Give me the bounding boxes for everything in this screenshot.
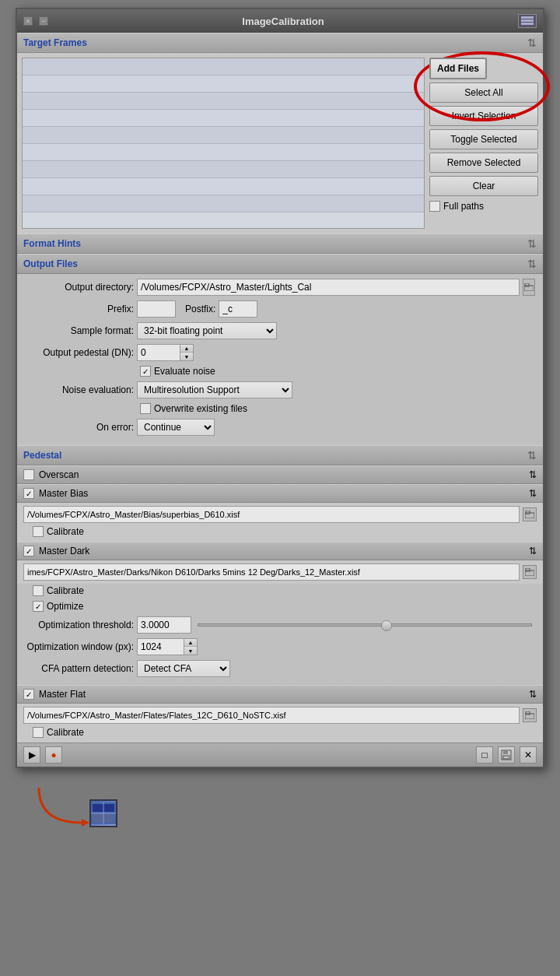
noise-evaluation-row: Noise evaluation: Multiresolution Suppor… bbox=[25, 381, 535, 398]
master-flat-header: Master Flat ⇅ bbox=[17, 685, 543, 704]
overwrite-checkbox[interactable] bbox=[140, 403, 151, 414]
overscan-label: Overscan bbox=[39, 469, 79, 480]
master-bias-calibrate-checkbox[interactable] bbox=[33, 526, 44, 537]
target-frames-label: Target Frames bbox=[23, 37, 87, 48]
app-icon bbox=[89, 799, 117, 827]
file-list-row bbox=[23, 178, 424, 195]
on-error-row: On error: Continue bbox=[25, 419, 535, 436]
on-error-select[interactable]: Continue bbox=[137, 419, 215, 436]
play-button[interactable]: ▶ bbox=[23, 746, 40, 764]
output-pedestal-input[interactable] bbox=[137, 344, 180, 361]
svg-marker-14 bbox=[82, 819, 89, 827]
pedestal-header[interactable]: Pedestal ⇅ bbox=[17, 445, 543, 465]
master-dark-calibrate-checkbox[interactable] bbox=[33, 585, 44, 596]
optimization-window-spin-buttons: ▲ ▼ bbox=[184, 638, 198, 655]
master-dark-checkbox[interactable] bbox=[23, 546, 34, 556]
optimization-window-up-button[interactable]: ▲ bbox=[184, 639, 197, 647]
sample-format-row: Sample format: 32-bit floating point bbox=[25, 322, 535, 339]
overwrite-row: Overwrite existing files bbox=[140, 403, 535, 414]
master-bias-path-input[interactable] bbox=[23, 506, 520, 523]
output-files-header[interactable]: Output Files ⇅ bbox=[17, 254, 543, 274]
arrow-indicator bbox=[31, 784, 93, 833]
format-hints-label: Format Hints bbox=[23, 238, 81, 249]
master-flat-checkbox[interactable] bbox=[23, 689, 34, 700]
cfa-detection-select[interactable]: Detect CFA bbox=[137, 660, 230, 677]
master-dark-collapse-icon: ⇅ bbox=[529, 546, 537, 556]
output-pedestal-spin-buttons: ▲ ▼ bbox=[180, 344, 194, 361]
close-icon-button[interactable]: ✕ bbox=[520, 746, 537, 764]
minimize-button[interactable]: − bbox=[39, 16, 48, 26]
record-button[interactable]: ● bbox=[45, 746, 62, 764]
cfa-detection-label: CFA pattern detection: bbox=[25, 663, 134, 674]
output-pedestal-spinbox: ▲ ▼ bbox=[137, 344, 194, 361]
format-hints-header[interactable]: Format Hints ⇅ bbox=[17, 233, 543, 254]
file-list[interactable] bbox=[22, 58, 425, 229]
remove-selected-button[interactable]: Remove Selected bbox=[429, 153, 538, 173]
output-pedestal-down-button[interactable]: ▼ bbox=[180, 353, 193, 360]
master-bias-collapse-icon: ⇅ bbox=[529, 488, 537, 499]
optimization-window-down-button[interactable]: ▼ bbox=[184, 647, 197, 655]
master-flat-body: Calibrate bbox=[17, 704, 543, 738]
master-dark-optimize-checkbox[interactable] bbox=[33, 601, 44, 612]
window-button[interactable]: □ bbox=[476, 746, 493, 764]
master-dark-optimize-row: Optimize bbox=[33, 601, 535, 612]
full-paths-checkbox[interactable] bbox=[429, 201, 440, 212]
slider-track[interactable] bbox=[198, 623, 532, 627]
output-pedestal-up-button[interactable]: ▲ bbox=[180, 345, 193, 353]
file-list-row bbox=[23, 144, 424, 161]
overscan-collapse-icon: ⇅ bbox=[529, 469, 537, 480]
slider-thumb[interactable] bbox=[381, 620, 392, 631]
format-hints-collapse-icon: ⇅ bbox=[527, 237, 537, 250]
optimization-window-input[interactable] bbox=[137, 638, 184, 655]
optimization-threshold-slider bbox=[194, 623, 535, 627]
svg-rect-2 bbox=[521, 23, 534, 25]
optimization-window-row: Optimization window (px): ▲ ▼ bbox=[25, 638, 535, 655]
master-flat-calibrate-label: Calibrate bbox=[47, 727, 84, 738]
close-button[interactable]: × bbox=[23, 16, 33, 26]
postfix-input[interactable] bbox=[219, 300, 257, 318]
master-dark-optimize-label: Optimize bbox=[47, 601, 83, 612]
target-frames-collapse-icon: ⇅ bbox=[527, 37, 537, 49]
evaluate-noise-checkbox[interactable] bbox=[140, 366, 151, 377]
optimization-threshold-input[interactable] bbox=[137, 616, 191, 634]
svg-rect-0 bbox=[521, 16, 534, 19]
master-flat-browse-button[interactable] bbox=[523, 708, 537, 722]
prefix-input[interactable] bbox=[137, 300, 176, 318]
add-files-button[interactable]: Add Files bbox=[429, 58, 487, 79]
invert-selection-button[interactable]: Invert Selection bbox=[429, 106, 538, 126]
master-dark-path-row bbox=[17, 560, 543, 584]
select-all-button[interactable]: Select All bbox=[429, 83, 538, 103]
file-list-row bbox=[23, 195, 424, 212]
master-dark-path-input[interactable] bbox=[23, 563, 520, 581]
output-directory-input[interactable] bbox=[137, 279, 520, 296]
overscan-checkbox[interactable] bbox=[23, 469, 34, 480]
file-list-row bbox=[23, 161, 424, 178]
target-frames-header[interactable]: Target Frames ⇅ bbox=[17, 33, 543, 53]
overwrite-label: Overwrite existing files bbox=[154, 403, 247, 414]
master-bias-left-group: Master Bias bbox=[23, 488, 88, 499]
file-list-row bbox=[23, 93, 424, 110]
master-flat-path-row bbox=[17, 704, 543, 727]
output-directory-browse-button[interactable] bbox=[523, 279, 535, 296]
master-bias-calibrate-row: Calibrate bbox=[33, 526, 543, 537]
overscan-left-group: Overscan bbox=[23, 469, 79, 480]
window-title: ImageCalibration bbox=[48, 16, 518, 27]
clear-button[interactable]: Clear bbox=[429, 176, 538, 196]
save-button[interactable] bbox=[498, 746, 515, 764]
master-bias-browse-button[interactable] bbox=[523, 507, 537, 521]
master-dark-calibrate-label: Calibrate bbox=[47, 585, 84, 596]
master-bias-checkbox[interactable] bbox=[23, 488, 34, 499]
noise-evaluation-select[interactable]: Multiresolution Support bbox=[137, 381, 292, 398]
on-error-label: On error: bbox=[25, 422, 134, 433]
sample-format-label: Sample format: bbox=[25, 325, 134, 336]
sample-format-select[interactable]: 32-bit floating point bbox=[137, 322, 277, 339]
master-dark-browse-button[interactable] bbox=[523, 565, 537, 579]
master-flat-path-input[interactable] bbox=[23, 707, 520, 724]
master-flat-label: Master Flat bbox=[39, 689, 86, 700]
master-bias-body: Calibrate bbox=[17, 503, 543, 537]
file-list-row bbox=[23, 58, 424, 75]
toggle-selected-button[interactable]: Toggle Selected bbox=[429, 129, 538, 149]
master-bias-calibrate-label: Calibrate bbox=[47, 526, 84, 537]
cfa-detection-row: CFA pattern detection: Detect CFA bbox=[25, 660, 535, 677]
master-flat-calibrate-checkbox[interactable] bbox=[33, 727, 44, 738]
